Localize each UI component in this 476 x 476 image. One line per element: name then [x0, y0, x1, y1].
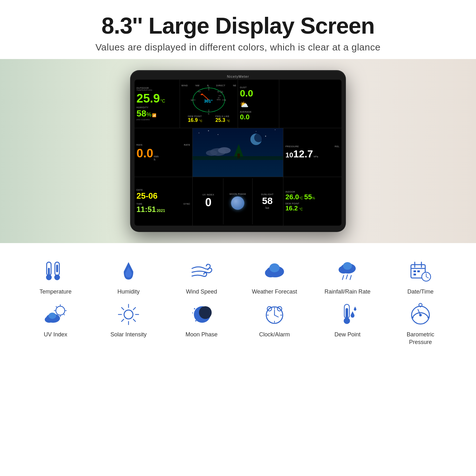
svg-line-45 — [346, 275, 347, 279]
spacer-cell — [279, 80, 341, 128]
svg-point-98 — [419, 314, 422, 316]
features-row-2: UV Index Solar Intensity — [0, 299, 476, 355]
solar-intensity-label: Solar Intensity — [110, 331, 147, 338]
weather-scene-cell — [193, 128, 284, 176]
feature-clock-alarm: Clock/Alarm — [249, 302, 300, 346]
wind-labels: WIND NW N DIRECT NE — [181, 84, 236, 87]
weather-forecast-label: Weather Forecast — [252, 288, 297, 295]
svg-point-92 — [344, 318, 350, 324]
clock-alarm-label: Clock/Alarm — [259, 331, 290, 338]
dew-feels-row: DEW POINT 16.9 °C FEELS LIKE 25.3 °C — [181, 115, 236, 123]
svg-line-46 — [350, 275, 351, 280]
svg-point-80 — [195, 320, 196, 321]
uv-moon-sunlight-cell: UV INDEX 0 MOON PHASE SUNLIGHT 58 lux — [193, 177, 284, 226]
svg-point-57 — [56, 306, 65, 315]
svg-text:SW: SW — [198, 91, 201, 93]
datetime-cell: DATE 25-06 TIME SYNC 11:51 2021 — [135, 177, 193, 226]
outdoor-temp-cell: OUTDOOR TEMPERATURE 25.9 °C HUMIDITY 58 — [135, 80, 180, 128]
uv-index-section: UV INDEX 0 — [194, 178, 223, 224]
svg-line-44 — [342, 275, 344, 280]
feature-solar-intensity: Solar Intensity — [103, 302, 154, 346]
feature-wind-speed: Wind Speed — [176, 259, 227, 295]
wind-speed-label: Wind Speed — [186, 288, 217, 295]
feature-humidity: Humidity — [103, 259, 154, 295]
svg-point-34 — [46, 274, 52, 280]
datetime-icon — [408, 259, 433, 284]
svg-text:301°: 301° — [204, 99, 213, 103]
humidity-icon — [116, 259, 141, 284]
svg-point-37 — [54, 274, 60, 280]
feature-barometric-pressure: Barometric Pressure — [395, 302, 446, 346]
rain-cell: RAIN RATE 0.0 mmh — [135, 128, 193, 176]
outdoor-temp-value: 25.9 °C — [136, 92, 178, 104]
barometric-pressure-label: Barometric Pressure — [395, 331, 446, 346]
feature-uv-index: UV Index — [30, 302, 81, 346]
svg-point-19 — [208, 130, 209, 131]
svg-point-18 — [199, 133, 199, 133]
weather-animation — [193, 128, 283, 176]
svg-point-67 — [124, 310, 133, 319]
svg-point-20 — [218, 134, 218, 135]
humidity-section: HUMIDITY 58 % 📶 24h CLEARS — [136, 106, 178, 121]
svg-text:S: S — [208, 113, 209, 115]
svg-point-79 — [192, 313, 193, 314]
compass-display: N S W E SW SE 301° m/s — [181, 87, 236, 115]
svg-text:W: W — [191, 99, 193, 101]
feature-rainfall: Rainfall/Rain Rate — [322, 259, 373, 295]
pressure-cell: PRESSURE REL 10 12.7 hPa — [283, 128, 341, 176]
solar-intensity-icon — [116, 302, 141, 327]
header: 8.3'' Large Display Screen Values are di… — [0, 0, 476, 59]
svg-line-72 — [122, 307, 124, 310]
svg-point-40 — [269, 263, 280, 272]
screen-row-3: DATE 25-06 TIME SYNC 11:51 2021 — [135, 177, 341, 226]
feature-dew-point: Dew Point — [322, 302, 373, 346]
dew-point-icon — [335, 302, 360, 327]
svg-point-23 — [275, 129, 275, 130]
rainfall-label: Rainfall/Rain Rate — [324, 288, 370, 295]
svg-text:🌬: 🌬 — [220, 90, 223, 94]
weather-icon: ⛅ — [240, 101, 248, 109]
svg-rect-53 — [413, 274, 416, 275]
moon-phase-icon — [231, 196, 244, 210]
svg-rect-91 — [346, 308, 348, 318]
clock-alarm-icon — [262, 302, 287, 327]
svg-point-25 — [254, 133, 263, 142]
indoor-cell: INDOOR 26.0 °C 55 % DEW POINT 16.2 °C — [283, 177, 341, 226]
weather-station-device: NicetyMeter OUTDOOR TEMPERATURE 25.9 °C — [130, 70, 346, 232]
feature-weather-forecast: Weather Forecast — [249, 259, 300, 295]
datetime-label: Date/Time — [407, 288, 433, 295]
svg-rect-51 — [413, 270, 416, 272]
moon-phase-section: MOON PHASE — [223, 178, 253, 224]
page-subtitle: Values are displayed in different colors… — [6, 42, 470, 53]
brand-label: NicetyMeter — [135, 75, 341, 78]
moon-phase-icon — [189, 302, 214, 327]
weather-forecast-icon — [262, 259, 287, 284]
product-scene: NicetyMeter OUTDOOR TEMPERATURE 25.9 °C — [0, 59, 476, 243]
svg-rect-33 — [48, 268, 50, 275]
temperature-label: Temperature — [39, 288, 71, 295]
svg-rect-52 — [417, 270, 420, 272]
svg-line-87 — [274, 315, 278, 317]
device-screen: OUTDOOR TEMPERATURE 25.9 °C HUMIDITY 58 — [135, 80, 341, 226]
svg-point-30 — [206, 150, 217, 156]
barometric-pressure-icon — [408, 302, 433, 327]
feature-temperature: Temperature — [30, 259, 81, 295]
svg-point-22 — [265, 136, 266, 137]
svg-line-63 — [63, 314, 65, 315]
svg-point-43 — [343, 262, 352, 270]
compass-svg: N S W E SW SE 301° m/s — [191, 87, 227, 115]
rainfall-icon — [335, 259, 360, 284]
screen-row-2: RAIN RATE 0.0 mmh — [135, 128, 341, 177]
feature-datetime: Date/Time — [395, 259, 446, 295]
features-row-1: Temperature Humidity Wind Speed Weather … — [0, 249, 476, 299]
dew-point-label: Dew Point — [334, 331, 360, 338]
svg-line-75 — [122, 319, 124, 321]
feature-moon-phase: Moon Phase — [176, 302, 227, 346]
svg-line-62 — [56, 306, 57, 307]
sunlight-section: SUNLIGHT 58 lux — [253, 178, 282, 224]
svg-line-74 — [133, 307, 136, 310]
svg-text:MINS: MINS — [217, 99, 221, 101]
svg-rect-31 — [193, 156, 283, 160]
page-title: 8.3'' Large Display Screen — [6, 13, 470, 39]
outdoor-temp-unit: °C — [160, 98, 165, 103]
